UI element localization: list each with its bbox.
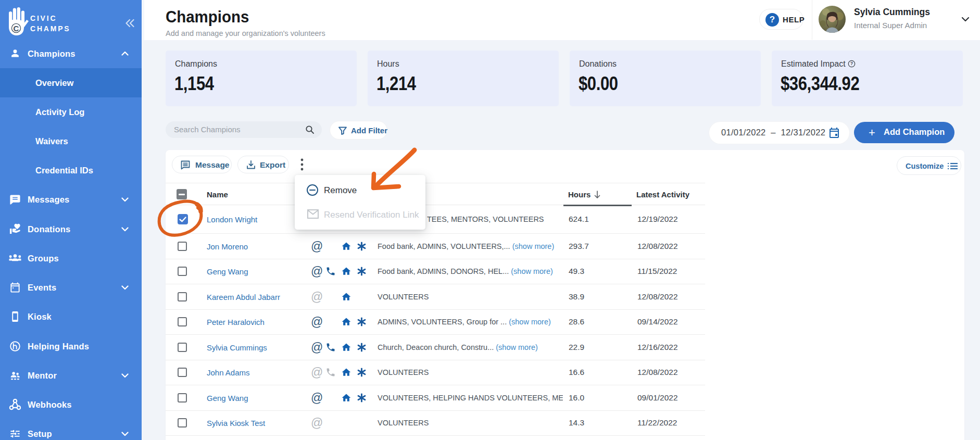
svg-text:?: ?: [850, 61, 853, 66]
svg-text:C: C: [14, 24, 19, 33]
